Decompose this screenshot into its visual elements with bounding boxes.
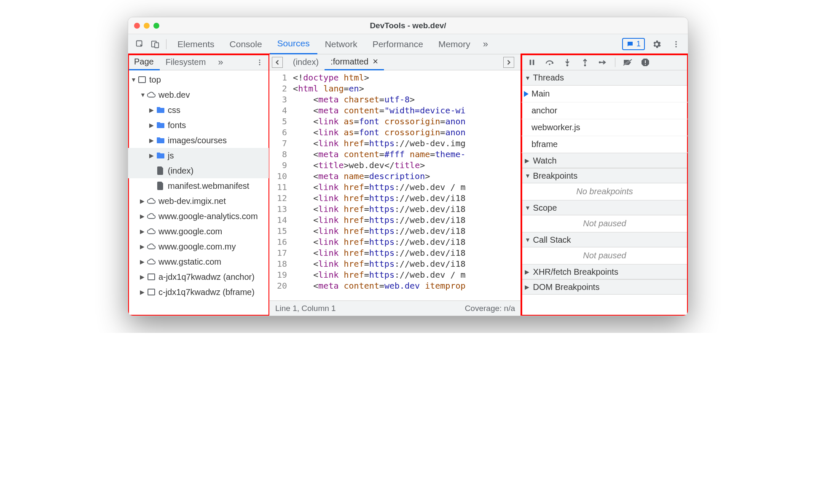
code-lines: <!doctype html><html lang=en> <meta char… bbox=[291, 70, 465, 300]
editor-tab[interactable]: (index) bbox=[287, 54, 325, 70]
folder-icon bbox=[156, 151, 165, 160]
cloud-icon bbox=[147, 227, 156, 236]
svg-rect-2 bbox=[155, 43, 158, 48]
thread-item[interactable]: Main bbox=[521, 86, 688, 102]
editor-status: Line 1, Column 1 Coverage: n/a bbox=[269, 300, 521, 316]
tree-item[interactable]: ▶www.gstatic.com bbox=[128, 254, 269, 269]
cloud-icon bbox=[147, 90, 156, 99]
svg-point-16 bbox=[584, 64, 586, 66]
folder-icon bbox=[156, 121, 165, 130]
tree-item[interactable]: ▶fonts bbox=[128, 118, 269, 133]
svg-point-17 bbox=[599, 61, 601, 63]
tree-item[interactable]: (index) bbox=[128, 163, 269, 178]
devtools-window: DevTools - web.dev/ ElementsConsoleSourc… bbox=[128, 17, 688, 316]
tree-item-label: css bbox=[168, 105, 180, 115]
kebab-menu-icon[interactable] bbox=[670, 38, 682, 51]
inspect-element-icon[interactable] bbox=[134, 38, 146, 51]
main-tab-memory[interactable]: Memory bbox=[431, 34, 478, 54]
acc-section-breakpoints[interactable]: ▼ Breakpoints bbox=[521, 168, 688, 183]
tree-item[interactable]: ▶www.google.com bbox=[128, 224, 269, 239]
file-icon bbox=[156, 181, 165, 190]
tree-item[interactable]: ▶a-jdx1q7kwadwz (anchor) bbox=[128, 269, 269, 284]
step-icon[interactable] bbox=[597, 57, 608, 68]
tree-item-label: www.gstatic.com bbox=[158, 257, 221, 267]
svg-point-6 bbox=[259, 59, 260, 61]
svg-point-14 bbox=[549, 63, 550, 65]
acc-empty-text: Not paused bbox=[521, 247, 688, 264]
next-tab-icon[interactable] bbox=[503, 57, 514, 68]
editor-tab[interactable]: :formatted× bbox=[325, 54, 384, 70]
main-tab-performance[interactable]: Performance bbox=[365, 34, 431, 54]
navigator-panel: Page Filesystem » ▼top▼web.dev▶css▶fonts… bbox=[128, 54, 269, 316]
acc-section-xhr-fetch-breakpoints[interactable]: ▶ XHR/fetch Breakpoints bbox=[521, 264, 688, 279]
tree-item[interactable]: ▶c-jdx1q7kwadwz (bframe) bbox=[128, 284, 269, 300]
nav-tab-page[interactable]: Page bbox=[128, 54, 160, 70]
file-tree[interactable]: ▼top▼web.dev▶css▶fonts▶images/courses▶js… bbox=[128, 70, 269, 316]
window-title: DevTools - web.dev/ bbox=[128, 21, 688, 30]
messages-count: 1 bbox=[636, 40, 641, 48]
step-into-icon[interactable] bbox=[562, 57, 573, 68]
tree-item[interactable]: ▶images/courses bbox=[128, 133, 269, 148]
cloud-icon bbox=[147, 257, 156, 266]
pause-on-exceptions-icon[interactable] bbox=[640, 57, 651, 68]
editor-panel: (index):formatted× 123456789101112131415… bbox=[269, 54, 521, 316]
deactivate-breakpoints-icon[interactable] bbox=[622, 57, 633, 68]
main-tab-network[interactable]: Network bbox=[317, 34, 365, 54]
acc-title: Watch bbox=[533, 156, 557, 166]
main-tab-sources[interactable]: Sources bbox=[270, 34, 317, 54]
step-out-icon[interactable] bbox=[580, 57, 591, 68]
thread-item[interactable]: bframe bbox=[521, 136, 688, 153]
svg-point-5 bbox=[675, 46, 676, 47]
coverage-status: Coverage: n/a bbox=[465, 304, 515, 313]
close-tab-icon[interactable]: × bbox=[373, 56, 378, 67]
pause-icon[interactable] bbox=[526, 57, 537, 68]
nav-tab-filesystem[interactable]: Filesystem bbox=[160, 54, 212, 70]
more-tabs-icon[interactable]: » bbox=[479, 38, 492, 51]
settings-gear-icon[interactable] bbox=[650, 38, 663, 51]
device-toolbar-icon[interactable] bbox=[149, 38, 161, 51]
cloud-icon bbox=[147, 242, 156, 251]
tree-item[interactable]: ▶web-dev.imgix.net bbox=[128, 193, 269, 209]
tree-item-label: images/courses bbox=[168, 136, 227, 145]
cloud-icon bbox=[147, 196, 156, 206]
acc-section-scope[interactable]: ▼ Scope bbox=[521, 200, 688, 215]
code-editor[interactable]: 1234567891011121314151617181920 <!doctyp… bbox=[269, 70, 521, 300]
messages-badge[interactable]: 1 bbox=[622, 38, 645, 50]
cloud-icon bbox=[147, 212, 156, 221]
nav-kebab-icon[interactable] bbox=[253, 56, 266, 69]
tree-item[interactable]: ▶www.google-analytics.com bbox=[128, 209, 269, 224]
acc-title: DOM Breakpoints bbox=[533, 282, 600, 292]
tree-item[interactable]: manifest.webmanifest bbox=[128, 178, 269, 193]
thread-item[interactable]: webworker.js bbox=[521, 119, 688, 136]
main-tab-elements[interactable]: Elements bbox=[170, 34, 222, 54]
tree-item[interactable]: ▶js bbox=[128, 148, 269, 163]
acc-title: Call Stack bbox=[533, 235, 571, 245]
tree-item[interactable]: ▼top bbox=[128, 72, 269, 87]
acc-section-threads[interactable]: ▼ Threads bbox=[521, 70, 688, 86]
svg-point-4 bbox=[675, 43, 676, 45]
editor-tabbar: (index):formatted× bbox=[269, 54, 521, 70]
thread-item[interactable]: anchor bbox=[521, 102, 688, 119]
acc-empty-text: Not paused bbox=[521, 215, 688, 232]
tree-item-label: a-jdx1q7kwadwz (anchor) bbox=[158, 272, 255, 282]
nav-more-tabs-icon[interactable]: » bbox=[214, 56, 227, 69]
cursor-position: Line 1, Column 1 bbox=[275, 304, 336, 313]
acc-section-call-stack[interactable]: ▼ Call Stack bbox=[521, 232, 688, 247]
tree-item[interactable]: ▶css bbox=[128, 102, 269, 118]
svg-rect-22 bbox=[645, 64, 646, 65]
svg-rect-12 bbox=[530, 59, 531, 65]
frame-icon bbox=[137, 75, 147, 84]
acc-section-dom-breakpoints[interactable]: ▶ DOM Breakpoints bbox=[521, 279, 688, 295]
tree-item-label: web.dev bbox=[158, 90, 190, 100]
acc-title: Threads bbox=[533, 73, 564, 83]
main-tab-console[interactable]: Console bbox=[222, 34, 270, 54]
tree-item[interactable]: ▶www.google.com.my bbox=[128, 239, 269, 254]
acc-section-watch[interactable]: ▶ Watch bbox=[521, 153, 688, 168]
debugger-panel: ▼ ThreadsMainanchorwebworker.jsbframe▶ W… bbox=[521, 54, 688, 316]
main-tabs: ElementsConsoleSourcesNetworkPerformance… bbox=[170, 34, 478, 54]
navigator-tabs: Page Filesystem » bbox=[128, 54, 269, 70]
prev-tab-icon[interactable] bbox=[272, 57, 283, 68]
tree-item[interactable]: ▼web.dev bbox=[128, 87, 269, 102]
step-over-icon[interactable] bbox=[544, 57, 555, 68]
folder-icon bbox=[156, 105, 165, 115]
